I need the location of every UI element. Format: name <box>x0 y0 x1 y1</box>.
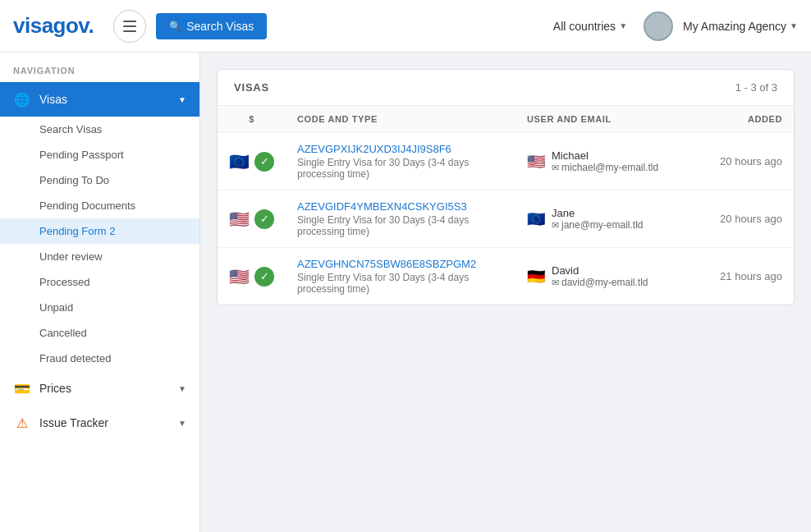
logo: visagov. <box>13 13 94 39</box>
envelope-icon: ✉ <box>552 277 559 288</box>
check-icon-0: ✓ <box>254 152 274 172</box>
sidebar-item-visas[interactable]: 🌐 Visas ▼ <box>0 82 199 117</box>
time-ago-0: 20 hours ago <box>699 155 782 167</box>
envelope-icon: ✉ <box>552 220 559 231</box>
sidebar-item-under-review[interactable]: Under review <box>0 244 199 269</box>
sidebar-item-fraud-detected[interactable]: Fraud detected <box>0 346 199 371</box>
sidebar: NAVIGATION 🌐 Visas ▼ Search Visas Pendin… <box>0 53 200 532</box>
visa-code-cell-1: AZEVGIDF4YMBEXN4CSKYGI5S3 Single Entry V… <box>286 190 515 248</box>
col-header-user-email: USER AND EMAIL <box>515 106 687 133</box>
globe-icon: 🌐 <box>13 90 31 108</box>
sidebar-item-issue-tracker[interactable]: ⚠ Issue Tracker ▼ <box>0 406 199 440</box>
visa-code-cell-0: AZEVGPXIJK2UXD3IJ4JI9S8F6 Single Entry V… <box>286 133 515 190</box>
country-selector[interactable]: All countries ▼ <box>547 15 634 38</box>
hamburger-icon <box>123 21 136 32</box>
visa-code-cell-2: AZEVGHNCN75SBW86E8SBZPGM2 Single Entry V… <box>286 248 515 305</box>
user-email-2: ✉ david@my-email.tld <box>552 277 648 288</box>
chevron-down-icon: ▼ <box>178 419 186 428</box>
user-flag-1: 🇪🇺 <box>527 210 545 228</box>
agency-name[interactable]: My Amazing Agency ▼ <box>683 20 798 33</box>
time-ago-cell-1: 20 hours ago <box>687 190 794 248</box>
country-flag-0: 🇪🇺 <box>229 152 250 172</box>
country-flag-2: 🇺🇸 <box>229 267 250 287</box>
user-flag-0: 🇺🇸 <box>527 153 545 171</box>
sidebar-item-search-visas[interactable]: Search Visas <box>0 117 199 142</box>
card-title: VISAS <box>234 81 269 94</box>
hamburger-button[interactable] <box>113 10 146 43</box>
user-cell-0: 🇺🇸 Michael ✉ michael@my-email.tld <box>515 133 687 190</box>
sidebar-item-cancelled[interactable]: Cancelled <box>0 320 199 346</box>
main-content: VISAS 1 - 3 of 3 $ CODE AND TYPE USER AN… <box>200 53 811 532</box>
sidebar-item-pending-passport[interactable]: Pending Passport <box>0 142 199 167</box>
user-cell-2: 🇩🇪 David ✉ david@my-email.tld <box>515 248 687 305</box>
sidebar-item-pending-documents[interactable]: Pending Documents <box>0 193 199 218</box>
chevron-down-icon: ▼ <box>790 21 798 30</box>
card-header: VISAS 1 - 3 of 3 <box>218 70 794 106</box>
table-row: 🇺🇸 ✓ AZEVGHNCN75SBW86E8SBZPGM2 Single En… <box>218 248 794 305</box>
avatar <box>644 11 673 41</box>
time-ago-cell-0: 20 hours ago <box>687 133 794 190</box>
country-flag-1: 🇺🇸 <box>229 209 250 229</box>
flags-cell-1: 🇺🇸 ✓ <box>218 190 286 248</box>
visa-desc-2: Single Entry Visa for 30 Days (3-4 days … <box>297 272 504 295</box>
header: visagov. 🔍 Search Visas All countries ▼ … <box>0 0 811 53</box>
search-visas-button[interactable]: 🔍 Search Visas <box>156 13 267 39</box>
col-header-code-type: CODE AND TYPE <box>286 106 515 133</box>
col-header-added: ADDED <box>687 106 794 133</box>
sidebar-item-prices[interactable]: 💳 Prices ▼ <box>0 371 199 406</box>
user-cell-1: 🇪🇺 Jane ✉ jane@my-email.tld <box>515 190 687 248</box>
chevron-down-icon: ▼ <box>619 21 627 30</box>
user-name-1: Jane <box>552 207 644 219</box>
sidebar-item-processed[interactable]: Processed <box>0 269 199 295</box>
visa-desc-1: Single Entry Visa for 30 Days (3-4 days … <box>297 214 504 237</box>
sidebar-item-pending-to-do[interactable]: Pending To Do <box>0 167 199 193</box>
visa-code-link-0[interactable]: AZEVGPXIJK2UXD3IJ4JI9S8F6 <box>297 143 451 155</box>
user-email-0: ✉ michael@my-email.tld <box>552 162 658 173</box>
visa-code-link-2[interactable]: AZEVGHNCN75SBW86E8SBZPGM2 <box>297 258 476 270</box>
time-ago-1: 20 hours ago <box>699 213 782 225</box>
user-name-0: Michael <box>552 149 658 162</box>
check-icon-1: ✓ <box>254 209 274 229</box>
user-email-1: ✉ jane@my-email.tld <box>552 219 644 231</box>
visa-desc-0: Single Entry Visa for 30 Days (3-4 days … <box>297 157 504 180</box>
envelope-icon: ✉ <box>552 163 559 173</box>
nav-label: NAVIGATION <box>0 66 199 82</box>
check-icon-2: ✓ <box>254 267 274 287</box>
flags-cell-2: 🇺🇸 ✓ <box>218 248 286 305</box>
time-ago-cell-2: 21 hours ago <box>687 248 794 305</box>
col-header-dollar: $ <box>218 106 286 133</box>
flags-cell-0: 🇪🇺 ✓ <box>218 133 286 190</box>
sidebar-item-unpaid[interactable]: Unpaid <box>0 295 199 320</box>
table-row: 🇪🇺 ✓ AZEVGPXIJK2UXD3IJ4JI9S8F6 Single En… <box>218 133 794 190</box>
search-icon: 🔍 <box>169 21 181 32</box>
user-name-2: David <box>552 264 648 277</box>
visas-card: VISAS 1 - 3 of 3 $ CODE AND TYPE USER AN… <box>217 69 795 305</box>
pagination-info: 1 - 3 of 3 <box>735 81 777 94</box>
warning-icon: ⚠ <box>13 414 31 432</box>
time-ago-2: 21 hours ago <box>699 270 782 282</box>
user-flag-2: 🇩🇪 <box>527 268 545 286</box>
credit-card-icon: 💳 <box>13 379 31 397</box>
table-row: 🇺🇸 ✓ AZEVGIDF4YMBEXN4CSKYGI5S3 Single En… <box>218 190 794 248</box>
visas-table: $ CODE AND TYPE USER AND EMAIL ADDED 🇪🇺 … <box>218 106 794 305</box>
chevron-down-icon: ▼ <box>178 384 186 393</box>
visa-code-link-1[interactable]: AZEVGIDF4YMBEXN4CSKYGI5S3 <box>297 200 467 213</box>
chevron-down-icon: ▼ <box>178 95 186 104</box>
sidebar-item-pending-form-2[interactable]: Pending Form 2 <box>0 218 199 244</box>
layout: NAVIGATION 🌐 Visas ▼ Search Visas Pendin… <box>0 53 811 532</box>
